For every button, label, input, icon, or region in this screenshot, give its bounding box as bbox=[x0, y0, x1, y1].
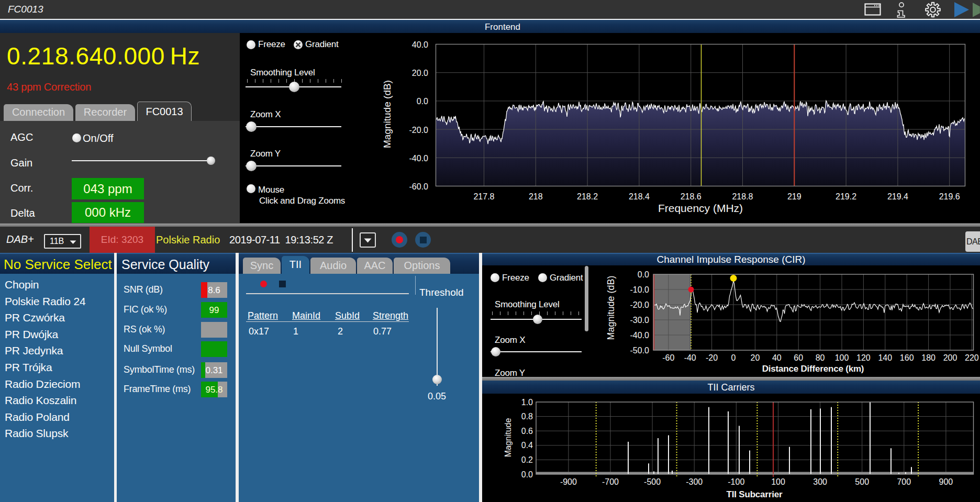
svg-text:0.2: 0.2 bbox=[521, 455, 533, 464]
svg-text:20.0: 20.0 bbox=[412, 69, 428, 77]
svg-text:500: 500 bbox=[855, 477, 869, 486]
svg-text:218.2: 218.2 bbox=[577, 192, 598, 201]
svg-text:40.0: 40.0 bbox=[412, 40, 428, 49]
svg-text:219.4: 219.4 bbox=[887, 192, 908, 201]
svg-text:0: 0 bbox=[731, 353, 736, 362]
svg-text:20: 20 bbox=[751, 353, 760, 362]
svg-text:219.2: 219.2 bbox=[836, 192, 856, 201]
svg-text:100: 100 bbox=[835, 353, 849, 362]
svg-text:-100: -100 bbox=[728, 477, 744, 486]
svg-text:1.0: 1.0 bbox=[521, 398, 533, 407]
svg-text:-60: -60 bbox=[662, 353, 674, 362]
svg-text:200: 200 bbox=[943, 353, 957, 362]
svg-text:219: 219 bbox=[787, 192, 801, 201]
svg-text:-500: -500 bbox=[644, 477, 661, 486]
svg-text:40: 40 bbox=[772, 353, 782, 362]
svg-text:-60.0: -60.0 bbox=[409, 182, 429, 191]
svg-text:-40.0: -40.0 bbox=[409, 154, 429, 163]
svg-text:-10.0: -10.0 bbox=[630, 285, 650, 294]
svg-text:-20: -20 bbox=[706, 353, 718, 362]
svg-text:0.0: 0.0 bbox=[521, 470, 533, 479]
svg-text:300: 300 bbox=[813, 477, 827, 486]
svg-text:120: 120 bbox=[856, 353, 871, 362]
svg-text:219.6: 219.6 bbox=[939, 192, 960, 201]
svg-text:0.4: 0.4 bbox=[521, 441, 533, 450]
svg-text:160: 160 bbox=[900, 353, 914, 362]
svg-text:-50.0: -50.0 bbox=[630, 346, 650, 355]
svg-text:100: 100 bbox=[771, 477, 785, 486]
svg-text:-300: -300 bbox=[686, 477, 703, 486]
svg-text:-20.0: -20.0 bbox=[630, 300, 650, 309]
svg-text:-900: -900 bbox=[560, 477, 577, 486]
svg-text:218.6: 218.6 bbox=[681, 192, 701, 201]
svg-text:218.8: 218.8 bbox=[732, 192, 753, 201]
svg-text:-20.0: -20.0 bbox=[409, 126, 429, 135]
svg-text:700: 700 bbox=[897, 477, 911, 486]
svg-text:900: 900 bbox=[939, 477, 953, 486]
svg-text:218.4: 218.4 bbox=[629, 192, 650, 201]
svg-text:60: 60 bbox=[794, 353, 803, 362]
svg-text:Frequency (MHz): Frequency (MHz) bbox=[658, 202, 743, 214]
svg-text:217.8: 217.8 bbox=[473, 192, 494, 201]
svg-text:140: 140 bbox=[878, 353, 892, 362]
svg-text:180: 180 bbox=[921, 353, 936, 362]
svg-text:-700: -700 bbox=[602, 477, 619, 486]
svg-text:Magnitude (dB): Magnitude (dB) bbox=[382, 80, 393, 148]
svg-text:TII Subcarrier: TII Subcarrier bbox=[727, 489, 783, 499]
svg-text:0.0: 0.0 bbox=[638, 270, 649, 279]
svg-text:218: 218 bbox=[529, 192, 543, 201]
svg-text:0.8: 0.8 bbox=[521, 412, 533, 421]
svg-text:0.6: 0.6 bbox=[521, 427, 533, 436]
svg-text:Distance Difference (km): Distance Difference (km) bbox=[762, 364, 864, 374]
svg-text:Magnitude: Magnitude bbox=[504, 418, 513, 458]
svg-text:80: 80 bbox=[816, 353, 825, 362]
svg-text:-30.0: -30.0 bbox=[630, 316, 650, 325]
svg-text:-40: -40 bbox=[684, 353, 696, 362]
svg-text:0.0: 0.0 bbox=[417, 97, 428, 106]
svg-text:-40.0: -40.0 bbox=[630, 331, 650, 340]
svg-text:220: 220 bbox=[965, 353, 979, 362]
svg-text:Magnitude (dB): Magnitude (dB) bbox=[606, 275, 616, 340]
